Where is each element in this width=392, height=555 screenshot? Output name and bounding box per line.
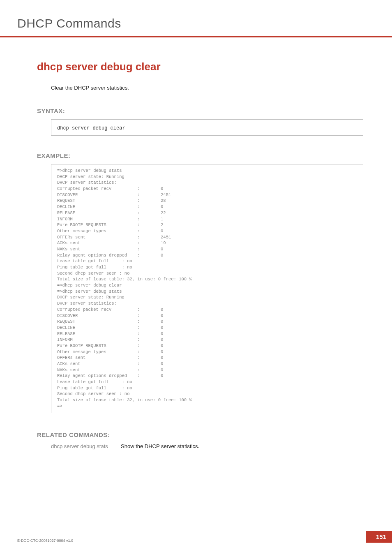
page-header-title: DHCP Commands [17,16,367,30]
command-description: Clear the DHCP server statistics. [51,85,367,91]
related-label: RELATED COMMANDS: [37,431,367,438]
syntax-code: dhcp server debug clear [57,125,125,131]
doc-id: E-DOC-CTC-20061027-0004 v1.0 [17,539,73,543]
example-output: =>dhcp server debug stats DHCP server st… [57,168,357,409]
syntax-box: dhcp server debug clear [51,119,363,136]
example-label: EXAMPLE: [37,152,367,159]
header-divider [0,36,392,37]
footer: E-DOC-CTC-20061027-0004 v1.0 151 [17,531,367,543]
example-box: =>dhcp server debug stats DHCP server st… [51,164,363,413]
syntax-label: SYNTAX: [37,107,367,114]
command-title: dhcp server debug clear [37,60,367,73]
page-number: 151 [366,531,392,543]
related-command-name: dhcp server debug stats [51,443,121,449]
related-command-desc: Show the DHCP server statistics. [121,443,199,449]
related-command-row: dhcp server debug stats Show the DHCP se… [51,443,367,449]
